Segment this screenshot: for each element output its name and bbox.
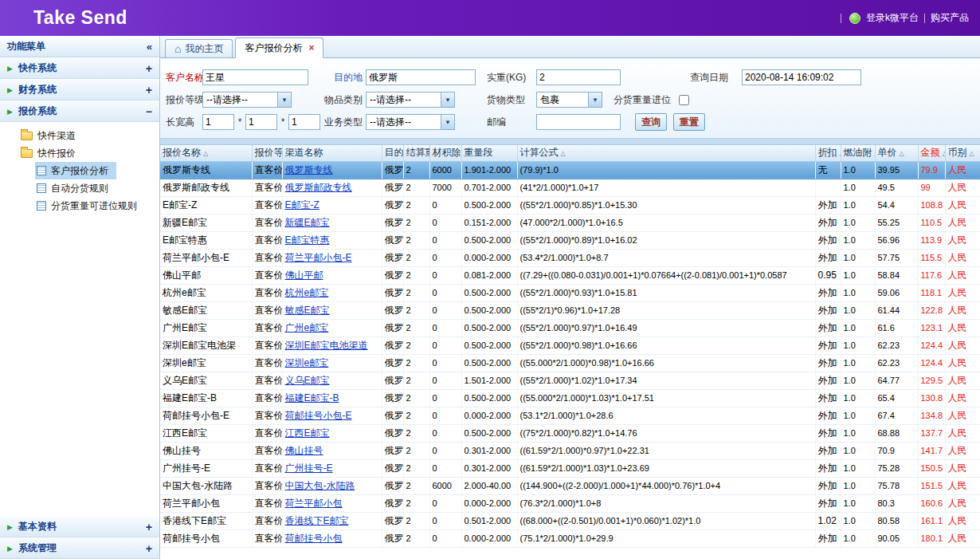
column-header[interactable]: 报价名称△	[160, 145, 252, 161]
quote-grade-select[interactable]: --请选择-- ▼	[202, 92, 292, 108]
actual-weight-input[interactable]	[536, 69, 621, 85]
column-header[interactable]: 币别△	[945, 145, 980, 161]
tree-item[interactable]: 自动分货规则	[35, 179, 116, 197]
table-row[interactable]: 俄罗斯专线直客价俄罗斯专线俄罗260001.901-2.000(79.9)*1.…	[160, 161, 980, 179]
column-header[interactable]: 报价等△	[252, 145, 282, 161]
buy-product-link[interactable]: 购买产品	[931, 11, 969, 25]
channel-link[interactable]: 荷邮挂号小包	[285, 533, 343, 544]
column-header-label: 重量段	[465, 147, 493, 158]
cargo-type-select[interactable]: 包裹 ▼	[536, 92, 602, 108]
table-cell: 俄罗	[382, 301, 403, 319]
tab-home[interactable]: ⌂我的主页	[165, 39, 233, 57]
table-row[interactable]: 荷邮挂号小包-E直客价荷邮挂号小包-E俄罗200.000-2.000(53.1*…	[160, 407, 980, 424]
table-row[interactable]: 义乌E邮宝直客价义乌E邮宝俄罗201.501-2.000((55*2/1.000…	[160, 372, 980, 389]
channel-link[interactable]: E邮宝特惠	[285, 234, 330, 246]
sidebar-section[interactable]: ▶报价系统−	[0, 100, 159, 122]
column-header[interactable]: 金额△	[918, 145, 945, 161]
table-row[interactable]: 广州E邮宝直客价广州e邮宝俄罗200.500-2.000((55*2/1.000…	[160, 319, 980, 337]
carry-unit-checkbox[interactable]	[679, 95, 689, 105]
channel-link[interactable]: 中国大包-水陆路	[285, 480, 355, 491]
sidebar-section[interactable]: ▶基本资料+	[0, 516, 159, 537]
channel-link[interactable]: 新疆E邮宝	[285, 217, 330, 228]
channel-link[interactable]: 广州e邮宝	[285, 322, 329, 333]
customer-name-input[interactable]	[202, 69, 308, 85]
tree-item[interactable]: 客户报价分析	[35, 162, 116, 179]
login-kwei-link[interactable]: 登录k微平台	[866, 11, 919, 25]
table-row[interactable]: E邮宝特惠直客价E邮宝特惠俄罗200.500-2.000((55*2/1.000…	[160, 231, 980, 249]
channel-link[interactable]: 深圳e邮宝	[285, 357, 329, 368]
length-input[interactable]	[202, 114, 234, 130]
column-header[interactable]: 结算重	[403, 145, 429, 161]
table-row[interactable]: 荷邮挂号小包直客价荷邮挂号小包俄罗200.000-2.000(75.1*2/1.…	[160, 529, 980, 547]
channel-link[interactable]: 荷兰平邮小包	[285, 498, 343, 509]
column-header[interactable]: 折扣△	[815, 145, 841, 161]
sidebar-section[interactable]: ▶系统管理+	[0, 537, 159, 559]
tree-item[interactable]: 快件渠道	[19, 127, 84, 144]
collapse-sidebar-icon[interactable]: «	[147, 41, 152, 53]
destination-input[interactable]	[366, 69, 476, 85]
tab-close-icon[interactable]: ×	[308, 43, 314, 53]
channel-link[interactable]: 深圳E邮宝电池渠道	[285, 340, 368, 351]
table-row[interactable]: 深圳e邮宝直客价深圳e邮宝俄罗200.500-2.000((55.000*2/1…	[160, 354, 980, 372]
channel-link[interactable]: 香港线下E邮宝	[285, 515, 349, 526]
column-header[interactable]: 燃油附△	[841, 145, 875, 161]
table-row[interactable]: 深圳E邮宝电池渠直客价深圳E邮宝电池渠道俄罗200.500-2.000((55*…	[160, 337, 980, 354]
column-header[interactable]: 重量段	[461, 145, 517, 161]
channel-link[interactable]: 福建E邮宝-B	[285, 392, 339, 404]
table-row[interactable]: 江西E邮宝直客价江西E邮宝俄罗200.500-2.000((75*2/1.000…	[160, 424, 980, 442]
collapse-section-icon[interactable]: −	[146, 105, 152, 118]
height-input[interactable]	[288, 114, 320, 130]
column-header[interactable]: 材积除	[429, 145, 461, 161]
channel-link[interactable]: 俄罗斯邮政专线	[285, 182, 352, 193]
table-row[interactable]: E邮宝-Z直客价E邮宝-Z俄罗200.500-2.000((55*2/1.000…	[160, 196, 980, 214]
expand-section-icon[interactable]: +	[146, 62, 152, 75]
business-type-select[interactable]: --请选择-- ▼	[366, 114, 455, 130]
table-row[interactable]: 广州挂号-E直客价广州挂号-E俄罗200.301-2.000((61.59*2/…	[160, 459, 980, 477]
table-row[interactable]: 佛山平邮直客价佛山平邮俄罗200.081-2.000((7.29+((0.080…	[160, 266, 980, 284]
table-row[interactable]: 新疆E邮宝直客价新疆E邮宝俄罗200.151-2.000(47.000*2/1.…	[160, 214, 980, 231]
channel-link[interactable]: E邮宝-Z	[285, 199, 319, 211]
table-row[interactable]: 荷兰平邮小包直客价荷兰平邮小包俄罗200.000-2.000(76.3*2/1.…	[160, 494, 980, 512]
table-row[interactable]: 福建E邮宝-B直客价福建E邮宝-B俄罗200.500-2.000((55.000…	[160, 389, 980, 407]
expand-section-icon[interactable]: +	[146, 542, 152, 555]
sidebar-section[interactable]: ▶快件系统+	[0, 57, 159, 79]
column-header[interactable]: 目的	[382, 145, 403, 161]
channel-link[interactable]: 佛山平邮	[285, 270, 323, 281]
sidebar-section[interactable]: ▶财务系统+	[0, 79, 159, 100]
table-row[interactable]: 敏感E邮宝直客价敏感E邮宝俄罗200.500-2.000((55*2/1)*0.…	[160, 301, 980, 319]
table-row[interactable]: 佛山挂号直客价佛山挂号俄罗200.301-2.000((61.59*2/1.00…	[160, 442, 980, 459]
tree-item[interactable]: 分货重量可进位规则	[35, 197, 145, 215]
table-row[interactable]: 荷兰平邮小包-E直客价荷兰平邮小包-E俄罗200.000-2.000(53.4*…	[160, 249, 980, 266]
table-row[interactable]: 香港线下E邮宝直客价香港线下E邮宝俄罗200.501-2.000((68.000…	[160, 512, 980, 529]
column-header[interactable]: 计算公式△	[517, 145, 815, 161]
table-row[interactable]: 杭州e邮宝直客价杭州e邮宝俄罗200.500-2.000((55*2/1.000…	[160, 284, 980, 301]
channel-link[interactable]: 敏感E邮宝	[285, 305, 330, 316]
column-header[interactable]: 单价△	[875, 145, 918, 161]
channel-link[interactable]: 江西E邮宝	[285, 427, 330, 439]
table-row[interactable]: 俄罗斯邮政专线直客价俄罗斯邮政专线俄罗270000.701-2.000(41*2…	[160, 179, 980, 196]
table-cell: 1.501-2.000	[461, 372, 517, 389]
tree-item[interactable]: 快件报价	[19, 144, 84, 162]
table-cell: 1.0	[841, 389, 875, 407]
channel-link[interactable]: 俄罗斯专线	[285, 164, 333, 175]
channel-link[interactable]: 荷邮挂号小包-E	[285, 410, 352, 421]
expand-section-icon[interactable]: +	[146, 521, 152, 533]
search-button[interactable]: 查询	[635, 113, 667, 131]
header-divider	[924, 14, 925, 23]
query-date-input[interactable]	[742, 69, 861, 85]
channel-link[interactable]: 杭州e邮宝	[285, 287, 329, 298]
item-category-select[interactable]: --请选择-- ▼	[366, 92, 455, 108]
width-input[interactable]	[245, 114, 277, 130]
channel-link[interactable]: 义乌E邮宝	[285, 375, 330, 386]
tab-active[interactable]: 客户报价分析×	[235, 37, 323, 58]
postcode-input[interactable]	[536, 114, 621, 130]
channel-link[interactable]: 广州挂号-E	[285, 463, 333, 474]
reset-button[interactable]: 重置	[673, 113, 705, 131]
table-cell: 0.000-2.000	[461, 407, 517, 424]
channel-link[interactable]: 荷兰平邮小包-E	[285, 252, 352, 263]
carry-unit-label: 分货重量进位	[613, 93, 677, 107]
table-row[interactable]: 中国大包-水陆路直客价中国大包-水陆路俄罗260002.000-40.00((1…	[160, 477, 980, 494]
column-header[interactable]: 渠道名称	[282, 145, 382, 161]
expand-section-icon[interactable]: +	[146, 84, 152, 96]
channel-link[interactable]: 佛山挂号	[285, 445, 323, 456]
